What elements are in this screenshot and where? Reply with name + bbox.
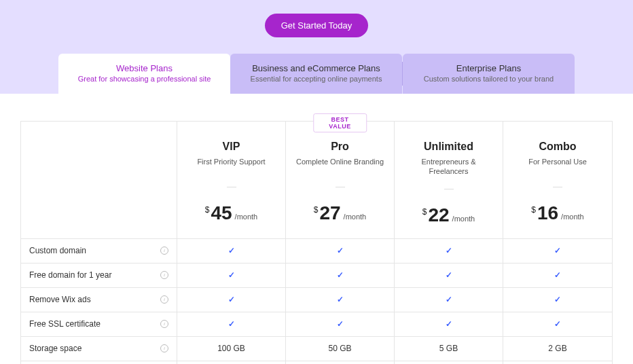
check-icon: ✓	[446, 319, 452, 329]
currency: $	[531, 205, 536, 215]
feature-value: ✓	[177, 239, 286, 263]
tab-subtitle: Great for showcasing a professional site	[65, 75, 223, 83]
check-icon: ✓	[446, 246, 452, 255]
tab-enterprise-plans[interactable]: Enterprise Plans Custom solutions tailor…	[403, 54, 575, 94]
check-icon: ✓	[554, 295, 561, 304]
check-icon: ✓	[337, 295, 344, 304]
plan-price: $27/month	[314, 202, 366, 224]
plan-name: Combo	[539, 141, 576, 153]
tab-title: Business and eCommerce Plans	[237, 63, 395, 73]
feature-value: ✓	[395, 288, 503, 312]
tab-website-plans[interactable]: Website Plans Great for showcasing a pro…	[58, 54, 230, 94]
tab-business-plans[interactable]: Business and eCommerce Plans Essential f…	[230, 54, 402, 94]
feature-label: Storage spacei	[21, 337, 177, 361]
feature-value: 5 hours	[177, 361, 286, 364]
price-period: /month	[235, 213, 258, 221]
plan-header-combo: ComboFor Personal Use$16/month	[503, 122, 612, 239]
info-icon[interactable]: i	[160, 247, 168, 255]
plan-name: VIP	[223, 141, 240, 153]
feature-value: 100 GB	[177, 337, 286, 361]
feature-value: ✓	[177, 288, 286, 312]
currency: $	[205, 205, 210, 215]
price-value: 16	[537, 202, 558, 224]
check-icon: ✓	[337, 319, 344, 329]
feature-value: ✓	[395, 263, 503, 288]
feature-label: Video hoursi	[21, 361, 177, 364]
check-icon: ✓	[228, 295, 235, 304]
feature-label: Remove Wix adsi	[21, 288, 177, 312]
price-value: 22	[428, 204, 449, 226]
info-icon[interactable]: i	[160, 295, 168, 304]
get-started-button[interactable]: Get Started Today	[265, 14, 369, 37]
price-value: 45	[211, 202, 232, 224]
price-period: /month	[452, 215, 475, 223]
plan-header-vip: VIPFirst Priority Support$45/month	[177, 122, 286, 239]
plan-price: $16/month	[531, 202, 583, 224]
feature-value: ✓	[177, 263, 286, 288]
feature-value: ✓	[395, 312, 503, 337]
feature-label: Free domain for 1 yeari	[21, 263, 177, 288]
tab-title: Website Plans	[65, 63, 223, 73]
plan-subtitle: For Personal Use	[528, 157, 587, 175]
tab-subtitle: Essential for accepting online payments	[237, 75, 395, 83]
feature-value: ✓	[286, 263, 395, 288]
pricing-section: VIPFirst Priority Support$45/monthBEST V…	[0, 94, 633, 364]
info-icon[interactable]: i	[160, 320, 168, 328]
plan-price: $45/month	[205, 202, 257, 224]
check-icon: ✓	[446, 270, 452, 280]
feature-text: Remove Wix ads	[29, 295, 91, 304]
plan-tabs: Website Plans Great for showcasing a pro…	[58, 54, 575, 94]
price-period: /month	[561, 213, 584, 221]
feature-value: ✓	[503, 239, 612, 263]
plan-header-unlimited: UnlimitedEntrepreneurs & Freelancers$22/…	[395, 122, 503, 239]
plan-header-pro: BEST VALUEProComplete Online Branding$27…	[286, 122, 395, 239]
feature-value: ✓	[286, 239, 395, 263]
check-icon: ✓	[228, 246, 235, 255]
check-icon: ✓	[554, 246, 561, 255]
info-icon[interactable]: i	[160, 271, 168, 279]
feature-text: Storage space	[29, 344, 82, 353]
feature-value: ✓	[395, 239, 503, 263]
divider	[227, 187, 236, 187]
feature-label: Free SSL certificatei	[21, 312, 177, 337]
check-icon: ✓	[337, 246, 344, 255]
feature-text: Custom domain	[29, 246, 86, 255]
plan-subtitle: Entrepreneurs & Freelancers	[401, 157, 496, 177]
divider	[553, 187, 562, 187]
check-icon: ✓	[337, 270, 344, 280]
divider	[336, 187, 345, 187]
hero: Get Started Today Website Plans Great fo…	[0, 0, 633, 94]
plan-name: Pro	[331, 141, 349, 153]
feature-value: ✓	[503, 263, 612, 288]
check-icon: ✓	[554, 270, 561, 280]
tab-title: Enterprise Plans	[410, 63, 568, 73]
check-icon: ✓	[554, 319, 561, 329]
info-icon[interactable]: i	[160, 344, 168, 352]
tab-subtitle: Custom solutions tailored to your brand	[410, 75, 568, 83]
currency: $	[422, 207, 427, 217]
feature-value: 50 GB	[286, 337, 395, 361]
pricing-grid: VIPFirst Priority Support$45/monthBEST V…	[20, 121, 613, 364]
feature-value: 2 hours	[286, 361, 395, 364]
feature-value: 1 hour	[395, 361, 503, 364]
feature-value: ✓	[503, 288, 612, 312]
plan-subtitle: Complete Online Branding	[296, 157, 384, 175]
check-icon: ✓	[228, 319, 235, 329]
feature-value: ✓	[286, 288, 395, 312]
header-empty	[21, 122, 177, 239]
feature-value: ✓	[286, 312, 395, 337]
feature-value: 30 minutes	[503, 361, 612, 364]
feature-label: Custom domaini	[21, 239, 177, 263]
feature-text: Free SSL certificate	[29, 319, 101, 329]
feature-value: 5 GB	[395, 337, 503, 361]
best-value-badge: BEST VALUE	[313, 113, 367, 132]
plan-price: $22/month	[422, 204, 475, 226]
divider	[444, 189, 454, 189]
feature-value: ✓	[503, 312, 612, 337]
currency: $	[314, 205, 319, 215]
feature-text: Free domain for 1 year	[29, 270, 111, 280]
feature-value: 2 GB	[503, 337, 612, 361]
price-period: /month	[344, 213, 367, 221]
feature-value: ✓	[177, 312, 286, 337]
plan-subtitle: First Priority Support	[197, 157, 265, 175]
